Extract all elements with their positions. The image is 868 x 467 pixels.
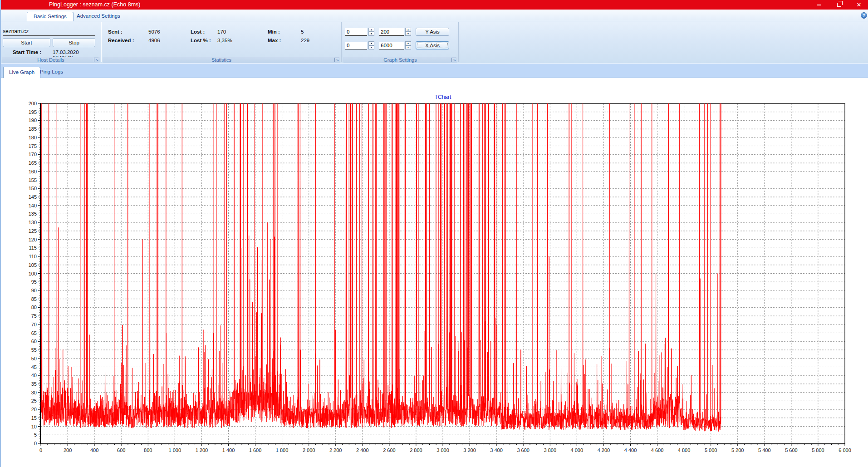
svg-text:5 600: 5 600 — [785, 447, 798, 453]
svg-text:40: 40 — [31, 373, 37, 378]
svg-text:35: 35 — [31, 381, 37, 387]
dialog-launcher-icon[interactable]: ↘ — [334, 58, 339, 62]
svg-text:70: 70 — [31, 322, 37, 327]
tab-advanced-settings[interactable]: Advanced Settings — [70, 12, 127, 21]
chart-title: TChart — [435, 94, 451, 100]
x-axis-apply-button[interactable]: X Asis — [416, 41, 449, 49]
sent-value: 5076 — [148, 29, 160, 34]
svg-text:65: 65 — [31, 330, 37, 336]
svg-text:185: 185 — [29, 126, 37, 132]
svg-text:60: 60 — [31, 339, 37, 344]
svg-text:5: 5 — [34, 432, 37, 438]
y-axis-min-input[interactable] — [345, 28, 367, 36]
tab-basic-settings[interactable]: Basic Settings — [27, 12, 74, 21]
svg-text:20: 20 — [31, 407, 37, 412]
x-min-spinner: ▲ ▼ — [368, 41, 374, 49]
x-axis-min-input[interactable] — [345, 42, 367, 49]
y-axis-apply-button[interactable]: Y Asis — [416, 28, 449, 36]
svg-text:10: 10 — [31, 424, 37, 429]
svg-text:80: 80 — [31, 305, 37, 310]
spin-down-button[interactable]: ▼ — [405, 32, 411, 36]
spin-up-button[interactable]: ▲ — [405, 41, 411, 45]
svg-text:2 000: 2 000 — [303, 447, 315, 453]
svg-text:180: 180 — [29, 135, 37, 140]
svg-text:400: 400 — [90, 447, 98, 453]
svg-text:4 200: 4 200 — [598, 447, 610, 453]
svg-text:75: 75 — [31, 313, 37, 319]
dialog-launcher-icon[interactable]: ↘ — [451, 58, 456, 62]
svg-text:6 000: 6 000 — [839, 447, 851, 453]
min-label: Min : — [268, 29, 280, 34]
close-button[interactable]: ✕ — [849, 0, 868, 10]
svg-text:4 000: 4 000 — [571, 447, 584, 453]
help-button[interactable]: ? — [861, 12, 867, 19]
svg-text:1 400: 1 400 — [222, 447, 235, 453]
up-arrow-icon: ▲ — [370, 28, 373, 31]
spin-down-button[interactable]: ▼ — [405, 45, 411, 49]
svg-text:3 800: 3 800 — [544, 447, 557, 453]
svg-text:1 200: 1 200 — [196, 447, 208, 453]
received-value: 4906 — [148, 38, 160, 43]
group-separator — [458, 22, 459, 62]
svg-text:155: 155 — [29, 177, 37, 183]
down-arrow-icon: ▼ — [370, 32, 373, 35]
ribbon-tab-row: Basic Settings Advanced Settings ? — [1, 10, 868, 21]
lost-value: 170 — [217, 29, 226, 34]
tab-live-graph[interactable]: Live Graph — [3, 67, 40, 78]
svg-text:5 800: 5 800 — [812, 447, 824, 453]
svg-text:165: 165 — [29, 160, 37, 166]
svg-text:600: 600 — [117, 447, 125, 453]
svg-text:105: 105 — [29, 262, 37, 268]
down-arrow-icon: ▼ — [370, 46, 373, 49]
group-caption-statistics: Statistics — [103, 57, 340, 63]
min-value: 5 — [301, 29, 304, 34]
svg-text:150: 150 — [29, 186, 37, 191]
svg-text:115: 115 — [29, 245, 37, 251]
y-axis-max-input[interactable] — [379, 28, 404, 36]
spin-up-button[interactable]: ▲ — [368, 28, 374, 32]
app-window: PingLogger : seznam.cz (Echo 8ms) ✕ Basi… — [0, 0, 868, 467]
svg-text:50: 50 — [31, 356, 37, 361]
svg-text:125: 125 — [29, 228, 37, 234]
x-axis-max-input[interactable] — [379, 42, 404, 49]
svg-text:4 800: 4 800 — [678, 447, 691, 453]
dialog-launcher-icon[interactable]: ↘ — [94, 58, 98, 62]
restore-button[interactable] — [829, 0, 849, 10]
svg-text:1 600: 1 600 — [249, 447, 262, 453]
spin-down-button[interactable]: ▼ — [368, 45, 374, 49]
start-button[interactable]: Start — [3, 38, 50, 47]
svg-text:4 600: 4 600 — [651, 447, 664, 453]
svg-text:100: 100 — [29, 271, 37, 276]
ping-series-line — [41, 103, 721, 432]
start-time-label: Start Time : — [13, 49, 41, 55]
svg-text:85: 85 — [31, 296, 37, 302]
svg-text:2 200: 2 200 — [329, 447, 342, 453]
svg-text:190: 190 — [29, 118, 37, 123]
svg-text:30: 30 — [31, 390, 37, 395]
group-separator — [101, 22, 101, 62]
spin-up-button[interactable]: ▲ — [405, 28, 411, 32]
tchart-svg: 02004006008001 0001 2001 4001 6001 8002 … — [1, 78, 868, 467]
svg-text:170: 170 — [29, 152, 37, 157]
svg-text:5 400: 5 400 — [758, 447, 771, 453]
svg-text:1 000: 1 000 — [169, 447, 181, 453]
minimize-icon — [817, 5, 821, 5]
svg-text:2 600: 2 600 — [383, 447, 396, 453]
ribbon: Start Stop Start Time : 17.03.2020 18:20… — [1, 21, 868, 64]
group-graph-settings: ▲ ▼ ▲ ▼ Y Asis ▲ ▼ ▲ ▼ X Asis Graph Sett… — [343, 21, 457, 63]
svg-text:2 800: 2 800 — [410, 447, 422, 453]
spin-up-button[interactable]: ▲ — [368, 41, 374, 45]
spin-down-button[interactable]: ▼ — [368, 32, 374, 36]
stop-button[interactable]: Stop — [53, 38, 95, 47]
y-max-spinner: ▲ ▼ — [405, 28, 411, 36]
svg-text:160: 160 — [29, 169, 37, 174]
lost-label: Lost : — [191, 29, 205, 34]
group-caption-host-details: Host Details — [2, 57, 100, 63]
svg-text:130: 130 — [29, 220, 37, 225]
title-bar: PingLogger : seznam.cz (Echo 8ms) ✕ — [1, 0, 868, 10]
group-host-details: Start Stop Start Time : 17.03.2020 18:20… — [2, 21, 100, 63]
svg-text:110: 110 — [29, 254, 37, 259]
window-title: PingLogger : seznam.cz (Echo 8ms) — [49, 1, 140, 8]
minimize-button[interactable] — [809, 0, 829, 10]
host-input[interactable] — [3, 27, 95, 36]
